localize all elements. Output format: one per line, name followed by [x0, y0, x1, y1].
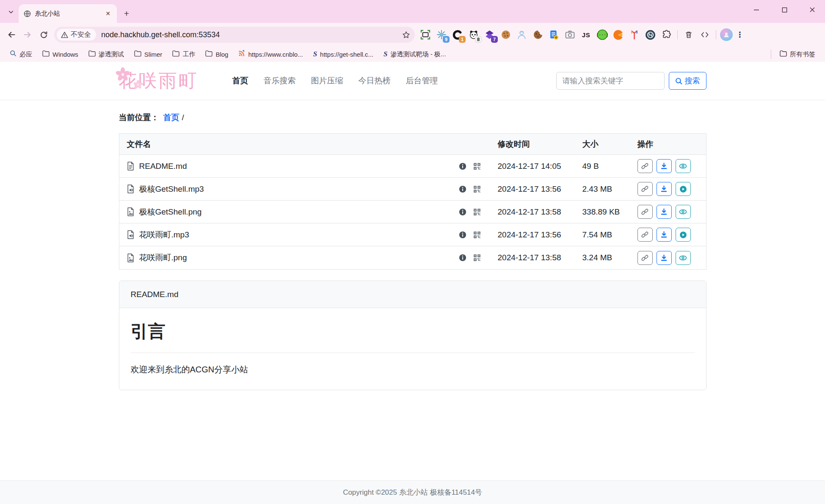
- file-info-button[interactable]: [459, 208, 466, 216]
- copy-link-button[interactable]: [637, 159, 653, 173]
- qr-code-icon: [473, 208, 481, 216]
- doc-download-extension-icon[interactable]: [547, 28, 561, 42]
- nav-item[interactable]: 图片压缩: [311, 75, 343, 86]
- profile-avatar[interactable]: [720, 28, 733, 41]
- file-modified-time: 2024-12-17 13:56: [494, 185, 579, 194]
- tab-search-button[interactable]: [5, 6, 17, 18]
- browser-menu-button[interactable]: ⋮: [734, 28, 745, 41]
- nav-item[interactable]: 首页: [232, 75, 248, 86]
- file-info-button[interactable]: [459, 162, 466, 170]
- nav-item[interactable]: 今日热榜: [359, 75, 391, 86]
- forward-button[interactable]: [20, 28, 35, 42]
- file-qr-button[interactable]: [473, 208, 481, 216]
- download-button[interactable]: [657, 182, 672, 196]
- bookmark-item[interactable]: Blog: [201, 49, 232, 60]
- copy-link-button[interactable]: [637, 251, 653, 265]
- file-actions-cell: [634, 228, 706, 242]
- avatar-icon: [723, 31, 730, 38]
- eye-icon: [679, 254, 687, 262]
- js-extension-icon[interactable]: JS: [579, 28, 593, 42]
- breadcrumb-home-link[interactable]: 首页: [163, 113, 179, 122]
- folder-icon: [134, 50, 141, 58]
- play-button[interactable]: [676, 182, 691, 196]
- file-name-cell[interactable]: README.md: [119, 162, 455, 171]
- nav-item[interactable]: 后台管理: [406, 75, 438, 86]
- bookmark-item[interactable]: Shttps://get-shell.c...: [309, 48, 377, 60]
- cookie-bitten-extension-icon[interactable]: [531, 28, 545, 42]
- file-qr-button[interactable]: [473, 185, 481, 193]
- file-name-cell[interactable]: 花咲雨町.mp3: [119, 229, 455, 240]
- window-minimize-button[interactable]: [748, 3, 765, 17]
- preview-button[interactable]: [676, 205, 691, 219]
- search-button[interactable]: 搜索: [669, 72, 706, 90]
- bookmark-item[interactable]: S渗透测试靶场 - 极...: [380, 48, 450, 60]
- window-close-button[interactable]: [804, 3, 821, 17]
- downloads-trash-button[interactable]: [682, 28, 696, 42]
- main-nav: 首页音乐搜索图片压缩今日热榜后台管理: [232, 75, 438, 86]
- site-footer: Copyright ©2025 糸北小站 极核备114514号: [0, 480, 825, 504]
- window-maximize-button[interactable]: [776, 3, 793, 17]
- bookmark-item[interactable]: 渗透测试: [85, 49, 128, 60]
- trash-icon: [685, 31, 693, 39]
- file-qr-button[interactable]: [473, 254, 481, 262]
- bookmarks-divider: [771, 50, 771, 59]
- download-button[interactable]: [657, 205, 672, 219]
- purple-stack-extension-icon[interactable]: 7: [483, 28, 497, 42]
- panda-extension-icon[interactable]: 8: [466, 28, 480, 42]
- file-info-button[interactable]: [459, 254, 466, 262]
- qr-code-icon: [473, 162, 481, 170]
- download-button[interactable]: [657, 251, 672, 265]
- preview-button[interactable]: [676, 159, 691, 173]
- file-name-cell[interactable]: 极核GetShell.mp3: [119, 184, 455, 195]
- refresh-button[interactable]: [36, 28, 51, 42]
- security-chip[interactable]: 不安全: [57, 29, 96, 41]
- camera-extension-icon[interactable]: [563, 28, 577, 42]
- search-input[interactable]: [556, 72, 665, 90]
- bookmark-item[interactable]: 工作: [168, 49, 199, 60]
- play-button[interactable]: [676, 228, 691, 242]
- puzzle-extension-icon[interactable]: [659, 28, 673, 42]
- person-extension-icon[interactable]: [515, 28, 529, 42]
- snowflake-extension-icon[interactable]: 9: [434, 28, 448, 42]
- nav-item[interactable]: 音乐搜索: [264, 75, 296, 86]
- copy-link-button[interactable]: [637, 228, 653, 242]
- screenshot-frame-extension-icon[interactable]: [418, 28, 432, 42]
- bookmark-item[interactable]: Slimer: [130, 49, 166, 60]
- site-logo[interactable]: 花咲雨町: [119, 69, 213, 93]
- play-icon: [679, 231, 687, 239]
- file-name-cell[interactable]: 极核GetShell.png: [119, 207, 455, 218]
- extension-badge: 7: [491, 36, 498, 43]
- copy-link-button[interactable]: [637, 182, 653, 196]
- copy-link-button[interactable]: [637, 205, 653, 219]
- bookmark-item[interactable]: 必应: [6, 48, 36, 60]
- devtools-button[interactable]: [698, 28, 712, 42]
- color-arrows-extension-icon[interactable]: [627, 28, 641, 42]
- green-braces-extension-icon[interactable]: {···}: [595, 28, 609, 42]
- new-tab-button[interactable]: +: [120, 7, 133, 20]
- preview-button[interactable]: [676, 251, 691, 265]
- tab-close-icon[interactable]: ✕: [103, 9, 113, 18]
- bookmark-item[interactable]: Windows: [39, 49, 82, 60]
- bookmark-star-button[interactable]: [400, 28, 412, 41]
- file-info-button[interactable]: [459, 185, 466, 193]
- browser-tab[interactable]: 糸北小站 ✕: [19, 4, 117, 23]
- bookmarks-bar: 必应Windows渗透测试Slimer工作Bloghttps://www.cnb…: [0, 47, 825, 62]
- cookie-extension-icon[interactable]: [499, 28, 513, 42]
- file-name: 极核GetShell.png: [139, 207, 202, 218]
- url-text[interactable]: node.hackhub.get-shell.com:53534: [101, 30, 400, 39]
- file-qr-button[interactable]: [473, 231, 481, 239]
- file-name-cell[interactable]: 花咲雨町.png: [119, 252, 455, 263]
- file-info-button[interactable]: [459, 231, 466, 239]
- orange-pacman-extension-icon[interactable]: [611, 28, 625, 42]
- download-button[interactable]: [657, 159, 672, 173]
- bookmark-item[interactable]: https://www.cnblo...: [235, 48, 306, 60]
- address-bar[interactable]: 不安全 node.hackhub.get-shell.com:53534: [54, 27, 415, 43]
- file-qr-button[interactable]: [473, 162, 481, 170]
- all-bookmarks-button[interactable]: 所有书签: [776, 49, 819, 60]
- window-controls: [748, 3, 821, 17]
- back-button[interactable]: [4, 28, 19, 42]
- dark-swirl-extension-icon[interactable]: [643, 28, 657, 42]
- info-icon: [459, 162, 466, 170]
- c-ring-extension-icon[interactable]: 1: [450, 28, 464, 42]
- download-button[interactable]: [657, 228, 672, 242]
